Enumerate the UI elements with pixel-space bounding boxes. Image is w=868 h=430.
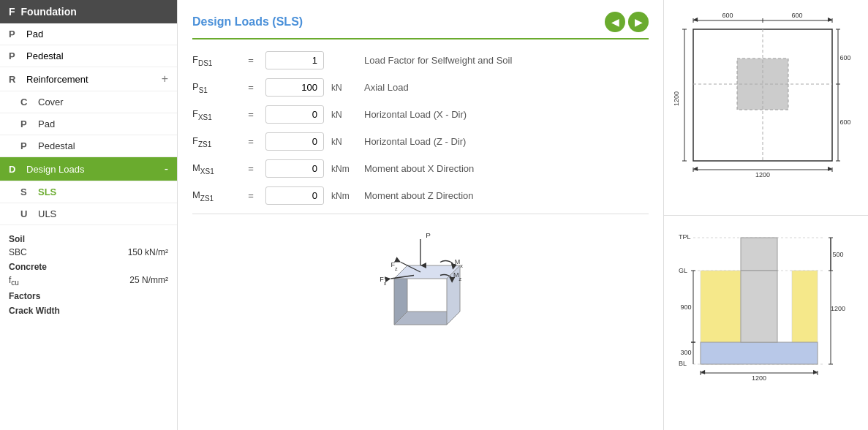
top-view-svg: 600 600 ◀ ▶ 600 600 1200 (671, 7, 861, 183)
svg-rect-30 (741, 238, 777, 271)
nav-forward-button[interactable]: ▶ (628, 12, 649, 32)
input-mxs1[interactable] (265, 159, 324, 178)
sidebar-header-label: Foundation (21, 6, 77, 18)
dim-arrow-tr: ▶ (828, 16, 833, 23)
gl-label: GL (679, 267, 687, 274)
equals-ps1: = (244, 82, 258, 93)
sidebar-letter-pedestal: P (9, 50, 20, 61)
factors-link[interactable]: Factors (9, 288, 168, 303)
sidebar: F Foundation P Pad P Pedestal R Reinforc… (0, 0, 178, 430)
nav-back-button[interactable]: ◀ (605, 12, 625, 32)
sbc-row: SBC 150 kN/m² (9, 246, 168, 259)
concrete-section-title: Concrete (9, 259, 168, 274)
bl-label: BL (679, 360, 687, 367)
row-ps1: PS1 = kN Axial Load (192, 78, 649, 97)
sbc-value: 150 kN/m² (128, 247, 168, 257)
side-view-svg: TPL GL BL (671, 223, 861, 406)
row-mxs1: MXS1 = kNm Moment about X Direction (192, 159, 649, 178)
dim-arrow-br: ▶ (828, 165, 833, 172)
desc-mzs1: Moment about Z Direction (364, 190, 649, 201)
row-fxs1: FXS1 = kN Horizontal Load (X - Dir) (192, 105, 649, 124)
form-rows: FDS1 = Load Factor for Selfweight and So… (192, 51, 649, 205)
panel-title: Design Loads (SLS) (192, 15, 303, 29)
dim-left: 1200 (673, 91, 680, 106)
dim-top2: 600 (791, 12, 802, 19)
label-ps1: PS1 (192, 81, 236, 94)
sidebar-letter-pedestal2: P (20, 140, 32, 151)
equals-fxs1: = (244, 109, 258, 120)
sidebar-item-pedestal[interactable]: P Pedestal (0, 45, 177, 67)
equals-mzs1: = (244, 190, 258, 201)
sidebar-letter-sls: S (20, 186, 32, 197)
row-mzs1: MZS1 = kNm Moment about Z Direction (192, 186, 649, 205)
p-label: P (426, 231, 431, 239)
fcu-value: 25 N/mm² (129, 275, 168, 287)
label-fzs1: FZS1 (192, 135, 236, 148)
unit-ps1: kN (331, 83, 357, 93)
fx-label: Fx (380, 276, 387, 287)
dim-right2: 600 (839, 118, 850, 126)
sidebar-letter-design-loads: D (9, 164, 20, 175)
divider (192, 214, 649, 214)
dim-300: 300 (680, 349, 691, 356)
sbc-label: SBC (9, 247, 27, 257)
input-mzs1[interactable] (265, 186, 324, 205)
load-diagram-svg: P Fz Fx Mx Mz (347, 226, 494, 358)
dim-arrow-bl: ◀ (693, 165, 698, 172)
sidebar-item-sls[interactable]: S SLS (0, 181, 177, 203)
input-fds1[interactable] (265, 51, 324, 69)
sidebar-item-pedestal2[interactable]: P Pedestal (0, 135, 177, 157)
soil-section-title: Soil (9, 231, 168, 246)
desc-mxs1: Moment about X Direction (364, 163, 649, 174)
input-fzs1[interactable] (265, 132, 324, 151)
desc-ps1: Axial Load (364, 82, 649, 93)
sidebar-label-pedestal: Pedestal (26, 50, 168, 61)
sidebar-label-sls: SLS (38, 186, 56, 197)
desc-fds1: Load Factor for Selfweight and Soil (364, 55, 649, 66)
input-fxs1[interactable] (265, 105, 324, 124)
tpl-label: TPL (679, 233, 691, 241)
sidebar-plus-reinforcement: + (162, 72, 168, 86)
label-mxs1: MXS1 (192, 162, 236, 176)
label-mzs1: MZS1 (192, 189, 236, 203)
sidebar-item-uls[interactable]: U ULS (0, 203, 177, 225)
unit-mzs1: kNm (331, 191, 357, 201)
equals-fds1: = (244, 55, 258, 66)
label-fxs1: FXS1 (192, 108, 236, 121)
sidebar-minus-design-loads: - (165, 162, 168, 176)
svg-rect-33 (701, 342, 818, 364)
fcu-label: fcu (9, 275, 19, 287)
unit-mxs1: kNm (331, 164, 357, 174)
svg-rect-34 (741, 271, 777, 342)
equals-fzs1: = (244, 136, 258, 147)
sidebar-letter-cover: C (20, 97, 32, 108)
input-ps1[interactable] (265, 78, 324, 97)
dim-900: 900 (680, 303, 691, 311)
right-panel: 600 600 ◀ ▶ 600 600 1200 (663, 0, 868, 430)
sidebar-label-reinforcement: Reinforcement (26, 74, 156, 85)
diagram-area: P Fz Fx Mx Mz (192, 226, 649, 358)
sidebar-label-pad2: Pad (38, 118, 55, 129)
fcu-row: fcu 25 N/mm² (9, 274, 168, 288)
sidebar-item-reinforcement[interactable]: R Reinforcement + (0, 67, 177, 91)
sidebar-info: Soil SBC 150 kN/m² Concrete fcu 25 N/mm²… (0, 225, 177, 323)
center-panel: Design Loads (SLS) ◀ ▶ FDS1 = Load Facto… (178, 0, 663, 430)
nav-arrows: ◀ ▶ (605, 12, 649, 32)
sidebar-item-cover[interactable]: C Cover (0, 91, 177, 113)
side-view-panel: TPL GL BL (664, 216, 868, 431)
dim-500: 500 (832, 251, 843, 258)
unit-fzs1: kN (331, 137, 357, 147)
dim-arrow-tl: ◀ (693, 16, 698, 23)
dim-bottom: 1200 (755, 171, 770, 178)
dim-arrow-bottom-l: ◀ (701, 369, 706, 375)
row-fds1: FDS1 = Load Factor for Selfweight and So… (192, 51, 649, 69)
sidebar-label-cover: Cover (38, 97, 64, 108)
sidebar-label-pad: Pad (26, 29, 168, 39)
sidebar-item-pad[interactable]: P Pad (0, 23, 177, 45)
label-fds1: FDS1 (192, 54, 236, 67)
sidebar-item-pad2[interactable]: P Pad (0, 113, 177, 135)
sidebar-item-design-loads[interactable]: D Design Loads - (0, 157, 177, 181)
crack-width-link[interactable]: Crack Width (9, 303, 168, 317)
row-fzs1: FZS1 = kN Horizontal Load (Z - Dir) (192, 132, 649, 151)
sidebar-letter-pad2: P (20, 118, 32, 129)
